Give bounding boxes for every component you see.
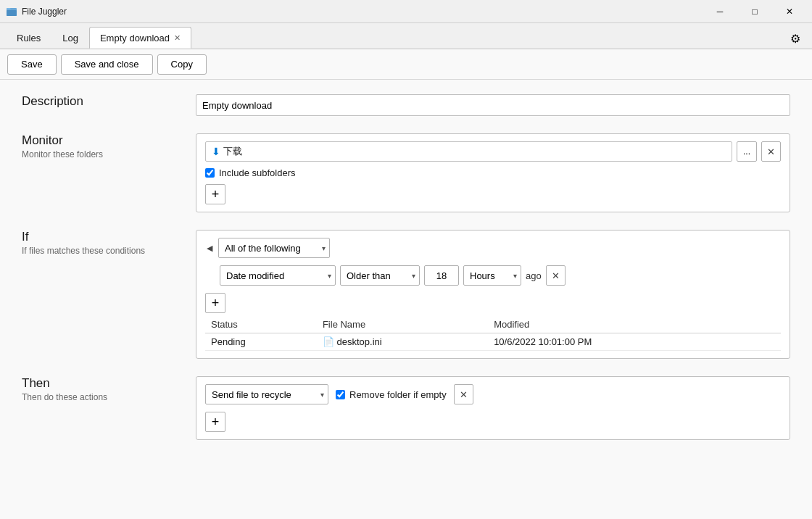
remove-empty-label: Remove folder if empty: [349, 389, 447, 400]
remove-folder-button[interactable]: ✕: [761, 141, 781, 162]
tab-bar: Rules Log Empty download ✕ ⚙: [0, 23, 812, 49]
if-content: ◀ All of the following Any of the follow…: [196, 230, 790, 359]
table-header-row: Status File Name Modified: [205, 316, 781, 333]
condition-header: ◀ All of the following Any of the follow…: [205, 238, 781, 258]
include-subfolders-checkbox[interactable]: [205, 168, 215, 178]
close-window-button[interactable]: ✕: [773, 0, 806, 23]
subfolders-row: Include subfolders: [205, 167, 781, 178]
table-row: Pending 📄 desktop.ini 10/6/2022 10:01:00…: [205, 333, 781, 351]
action-wrapper: Send file to recycle Delete file Move fi…: [205, 384, 328, 404]
minimize-button[interactable]: ─: [703, 0, 737, 23]
tab-rules[interactable]: Rules: [6, 27, 51, 49]
folder-row: ⬇ 下载 ... ✕: [205, 141, 781, 162]
tab-log[interactable]: Log: [51, 27, 89, 49]
main-content: Description Monitor Monitor these folder…: [0, 80, 812, 519]
remove-if-empty-row: Remove folder if empty: [336, 389, 447, 400]
condition-type-wrapper: All of the following Any of the followin…: [218, 238, 330, 258]
action-row: Send file to recycle Delete file Move fi…: [205, 384, 781, 404]
folder-input-display[interactable]: ⬇ 下载: [205, 141, 732, 162]
field-dropdown[interactable]: Date modified Date created File name Fil…: [220, 265, 336, 286]
operator-dropdown[interactable]: Older than Newer than Exactly: [340, 265, 420, 286]
folder-path-text: 下载: [223, 145, 242, 158]
operator-wrapper: Older than Newer than Exactly: [340, 265, 420, 286]
preview-table: Status File Name Modified Pending 📄 desk…: [205, 316, 781, 351]
col-modified: Modified: [488, 316, 753, 333]
col-filename: File Name: [317, 316, 488, 333]
col-extra: [753, 316, 781, 333]
description-label: Description: [22, 94, 196, 110]
svg-rect-1: [7, 10, 17, 16]
include-subfolders-label: Include subfolders: [219, 167, 296, 178]
add-folder-button[interactable]: +: [205, 184, 225, 204]
add-condition-icon: +: [212, 296, 220, 310]
tab-close-icon[interactable]: ✕: [174, 33, 181, 43]
then-label: Then Then do these actions: [22, 376, 196, 402]
window-controls: ─ □ ✕: [703, 0, 806, 23]
restore-button[interactable]: □: [738, 0, 771, 23]
toolbar: Save Save and close Copy: [0, 49, 812, 80]
description-section: Description: [22, 94, 790, 116]
title-bar: File Juggler ─ □ ✕: [0, 0, 812, 23]
copy-button[interactable]: Copy: [157, 54, 207, 75]
gear-icon: ⚙: [790, 32, 800, 46]
cell-filename: 📄 desktop.ini: [317, 333, 488, 351]
add-folder-icon: +: [212, 188, 220, 201]
value-input[interactable]: [424, 265, 459, 286]
if-section: If If files matches these conditions ◀ A…: [22, 230, 790, 359]
cell-empty: [753, 333, 781, 351]
ago-text: ago: [526, 270, 542, 281]
description-input[interactable]: [196, 94, 790, 116]
action-dropdown[interactable]: Send file to recycle Delete file Move fi…: [205, 384, 328, 404]
settings-button[interactable]: ⚙: [784, 29, 806, 49]
save-button[interactable]: Save: [7, 54, 57, 75]
condition-type-dropdown[interactable]: All of the following Any of the followin…: [218, 238, 330, 258]
download-folder-icon: ⬇: [212, 146, 220, 157]
add-action-button[interactable]: +: [205, 412, 225, 432]
cell-modified: 10/6/2022 10:01:00 PM: [488, 333, 753, 351]
tab-empty-download[interactable]: Empty download ✕: [89, 27, 191, 49]
collapse-icon: ◀: [207, 244, 212, 252]
browse-button[interactable]: ...: [737, 141, 757, 162]
monitor-content: ⬇ 下载 ... ✕ Include subfolders +: [196, 133, 790, 212]
app-icon: [6, 6, 17, 17]
unit-wrapper: Hours Days Weeks Months: [463, 265, 521, 286]
file-icon: 📄: [323, 336, 334, 347]
cell-status: Pending: [205, 333, 317, 351]
remove-action-button[interactable]: ✕: [454, 384, 473, 404]
add-action-icon: +: [212, 415, 220, 428]
save-close-button[interactable]: Save and close: [61, 54, 153, 75]
remove-condition-button[interactable]: ✕: [546, 265, 566, 286]
if-label: If If files matches these conditions: [22, 230, 196, 256]
unit-dropdown[interactable]: Hours Days Weeks Months: [463, 265, 521, 286]
then-content: Send file to recycle Delete file Move fi…: [196, 376, 790, 440]
collapse-button[interactable]: ◀: [205, 242, 214, 254]
monitor-section: Monitor Monitor these folders ⬇ 下载 ... ✕…: [22, 133, 790, 212]
remove-empty-checkbox[interactable]: [336, 390, 345, 399]
field-wrapper: Date modified Date created File name Fil…: [220, 265, 336, 286]
add-condition-button[interactable]: +: [205, 293, 225, 313]
app-title: File Juggler: [22, 7, 703, 17]
then-section: Then Then do these actions Send file to …: [22, 376, 790, 440]
col-status: Status: [205, 316, 317, 333]
monitor-label: Monitor Monitor these folders: [22, 133, 196, 159]
condition-row: Date modified Date created File name Fil…: [205, 265, 781, 286]
description-content: [196, 94, 790, 116]
